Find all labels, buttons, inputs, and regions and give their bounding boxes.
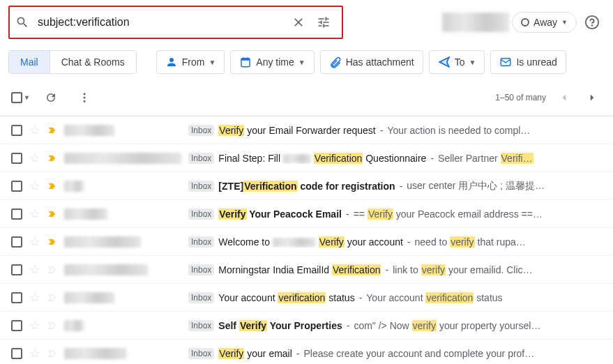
search-icon [15, 15, 29, 29]
star-icon[interactable]: ☆ [29, 262, 40, 278]
refresh-button[interactable] [38, 85, 63, 110]
svg-point-8 [83, 93, 85, 95]
svg-point-9 [83, 97, 85, 99]
row-checkbox[interactable] [11, 348, 22, 359]
row-checkbox[interactable] [11, 208, 22, 220]
prev-page-button[interactable] [554, 88, 574, 107]
email-content: InboxMorningstar India EmailId Verificat… [188, 264, 602, 275]
snippet: == Verify your Peacock email address ==… [354, 208, 543, 220]
chevron-down-icon: ▼ [561, 19, 568, 26]
email-row[interactable]: ☆Inbox[ZTE]Verification code for registr… [0, 172, 613, 200]
row-checkbox[interactable] [11, 320, 22, 331]
filter-has-attachment[interactable]: Has attachment [320, 50, 423, 74]
row-checkbox[interactable] [11, 125, 22, 136]
row-checkbox[interactable] [11, 264, 22, 275]
sender [64, 292, 181, 303]
important-icon[interactable] [47, 321, 57, 331]
chevron-down-icon: ▼ [209, 59, 215, 66]
filter-from[interactable]: From ▼ [156, 50, 225, 74]
important-icon[interactable] [47, 209, 57, 219]
email-row[interactable]: ☆InboxFinal Step: Fill Verification Ques… [0, 144, 613, 172]
inbox-label: Inbox [188, 264, 214, 275]
mail-icon [499, 56, 512, 68]
email-row[interactable]: ☆InboxMorningstar India EmailId Verifica… [0, 256, 613, 284]
tab-mail[interactable]: Mail [9, 51, 50, 73]
sender [64, 125, 181, 136]
important-icon[interactable] [47, 126, 57, 135]
star-icon[interactable]: ☆ [29, 123, 40, 138]
email-row[interactable]: ☆InboxVerify Your Peacock Email - == Ver… [0, 200, 613, 228]
email-content: InboxFinal Step: Fill Verification Quest… [188, 153, 602, 164]
snippet: Seller Partner Verifi… [438, 153, 533, 164]
email-content: InboxSelf Verify Your Properties - com" … [188, 320, 602, 331]
email-row[interactable]: ☆InboxSelf Verify Your Properties - com"… [0, 312, 613, 340]
calendar-icon [239, 56, 252, 68]
row-checkbox[interactable] [11, 292, 22, 303]
svg-point-1 [592, 25, 593, 26]
snippet: com" /> Now verify your property yoursel… [354, 320, 540, 331]
star-icon[interactable]: ☆ [29, 318, 40, 333]
tab-chat-rooms[interactable]: Chat & Rooms [50, 51, 136, 73]
email-row[interactable]: ☆InboxVerify your email - Please create … [0, 340, 613, 364]
email-content: Inbox[ZTE]Verification code for registra… [188, 180, 602, 192]
clear-search-button[interactable] [286, 10, 311, 35]
email-row[interactable]: ☆InboxWelcome to Verify your account - n… [0, 228, 613, 256]
star-icon[interactable]: ☆ [29, 206, 40, 222]
email-content: InboxYour account verification status - … [188, 292, 602, 303]
inbox-label: Inbox [188, 181, 214, 192]
more-button[interactable] [72, 85, 97, 110]
select-all-checkbox[interactable] [11, 92, 22, 103]
inbox-label: Inbox [188, 236, 214, 248]
star-icon[interactable]: ☆ [29, 290, 40, 305]
inbox-label: Inbox [188, 153, 214, 164]
subject: Self Verify Your Properties [218, 320, 342, 331]
pagination-label: 1–50 of many [495, 93, 546, 103]
svg-rect-4 [241, 59, 250, 61]
inbox-label: Inbox [188, 348, 214, 359]
search-input[interactable] [38, 16, 286, 29]
send-icon [438, 56, 451, 68]
select-all[interactable]: ▼ [11, 92, 30, 103]
important-icon[interactable] [47, 293, 57, 303]
filter-is-unread[interactable]: Is unread [490, 50, 566, 74]
subject: Final Step: Fill Verification Questionna… [218, 153, 426, 164]
help-button[interactable] [580, 10, 605, 35]
row-checkbox[interactable] [11, 236, 22, 248]
important-icon[interactable] [47, 237, 57, 247]
important-icon[interactable] [47, 153, 57, 163]
svg-point-2 [169, 58, 174, 62]
star-icon[interactable]: ☆ [29, 234, 40, 250]
row-checkbox[interactable] [11, 181, 22, 192]
subject: Verify your Email Forwarder request [218, 125, 375, 136]
important-icon[interactable] [47, 265, 57, 275]
star-icon[interactable]: ☆ [29, 346, 40, 361]
chevron-down-icon: ▼ [24, 94, 30, 101]
sender [64, 320, 181, 331]
search-options-button[interactable] [311, 10, 336, 35]
snippet: link to verify your emailid. Clic… [393, 264, 532, 275]
refresh-icon [45, 91, 57, 104]
row-checkbox[interactable] [11, 153, 22, 164]
account-info [442, 13, 509, 32]
subject: Welcome to Verify your account [218, 236, 403, 248]
filter-anytime[interactable]: Any time ▼ [230, 50, 314, 74]
email-content: InboxVerify your email - Please create y… [188, 348, 602, 359]
attachment-icon [329, 56, 342, 68]
star-icon[interactable]: ☆ [29, 151, 40, 166]
subject: Morningstar India EmailId Verification [218, 264, 381, 275]
status-button[interactable]: Away ▼ [512, 12, 577, 33]
subject: Verify Your Peacock Email [218, 208, 342, 220]
sender [64, 348, 181, 359]
email-row[interactable]: ☆InboxYour account verification status -… [0, 284, 613, 312]
important-icon[interactable] [47, 349, 57, 358]
next-page-button[interactable] [582, 88, 602, 107]
search-box[interactable] [8, 6, 343, 39]
inbox-label: Inbox [188, 208, 214, 220]
email-row[interactable]: ☆InboxVerify your Email Forwarder reques… [0, 116, 613, 144]
chevron-right-icon [586, 91, 598, 104]
star-icon[interactable]: ☆ [29, 179, 40, 194]
snippet: Your account verification status [366, 292, 502, 303]
chevron-down-icon: ▼ [469, 59, 476, 66]
important-icon[interactable] [47, 181, 57, 191]
filter-to[interactable]: To ▼ [429, 50, 485, 74]
